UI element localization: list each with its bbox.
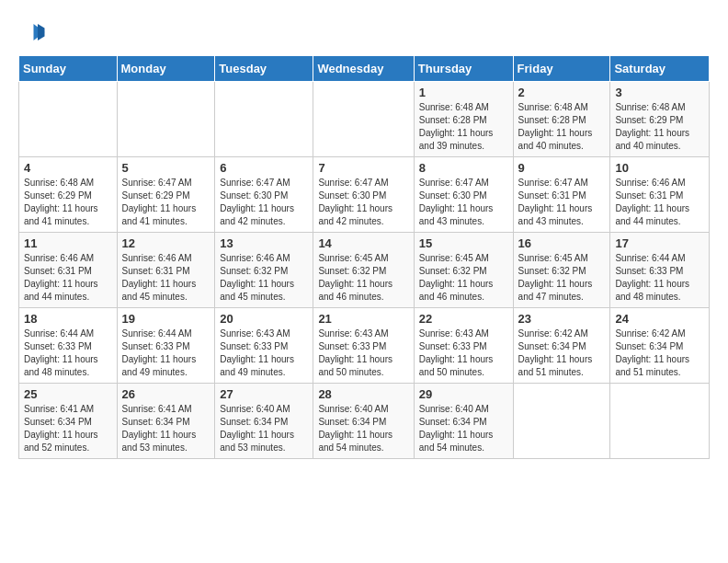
- calendar-cell: 7Sunrise: 6:47 AM Sunset: 6:30 PM Daylig…: [313, 157, 414, 233]
- calendar-cell: [610, 384, 710, 459]
- day-info: Sunrise: 6:48 AM Sunset: 6:29 PM Dayligh…: [615, 101, 704, 153]
- day-info: Sunrise: 6:46 AM Sunset: 6:31 PM Dayligh…: [24, 252, 112, 304]
- calendar-cell: 29Sunrise: 6:40 AM Sunset: 6:34 PM Dayli…: [414, 384, 513, 459]
- day-info: Sunrise: 6:43 AM Sunset: 6:33 PM Dayligh…: [318, 327, 408, 379]
- calendar-cell: 1Sunrise: 6:48 AM Sunset: 6:28 PM Daylig…: [414, 82, 513, 157]
- day-info: Sunrise: 6:41 AM Sunset: 6:34 PM Dayligh…: [122, 403, 210, 454]
- day-info: Sunrise: 6:41 AM Sunset: 6:34 PM Dayligh…: [24, 403, 112, 454]
- day-header-friday: Friday: [513, 56, 610, 82]
- day-number: 2: [518, 86, 606, 99]
- day-info: Sunrise: 6:44 AM Sunset: 6:33 PM Dayligh…: [24, 327, 112, 379]
- day-number: 17: [615, 236, 704, 250]
- day-number: 9: [518, 161, 606, 175]
- calendar-cell: 2Sunrise: 6:48 AM Sunset: 6:28 PM Daylig…: [513, 82, 610, 157]
- calendar-cell: 22Sunrise: 6:43 AM Sunset: 6:33 PM Dayli…: [414, 308, 513, 384]
- day-info: Sunrise: 6:47 AM Sunset: 6:30 PM Dayligh…: [220, 177, 308, 228]
- day-info: Sunrise: 6:46 AM Sunset: 6:32 PM Dayligh…: [220, 252, 308, 304]
- day-number: 22: [419, 312, 508, 326]
- calendar-cell: [19, 82, 118, 157]
- day-info: Sunrise: 6:48 AM Sunset: 6:28 PM Dayligh…: [518, 101, 606, 153]
- calendar-week-row: 25Sunrise: 6:41 AM Sunset: 6:34 PM Dayli…: [19, 384, 710, 459]
- day-number: 1: [419, 86, 508, 99]
- calendar-cell: 9Sunrise: 6:47 AM Sunset: 6:31 PM Daylig…: [513, 157, 610, 233]
- calendar-cell: 25Sunrise: 6:41 AM Sunset: 6:34 PM Dayli…: [19, 384, 118, 459]
- calendar-cell: 26Sunrise: 6:41 AM Sunset: 6:34 PM Dayli…: [117, 384, 215, 459]
- day-number: 28: [318, 387, 408, 401]
- day-number: 12: [122, 236, 210, 250]
- page-header: [18, 18, 710, 46]
- day-header-saturday: Saturday: [610, 56, 710, 82]
- calendar-cell: 12Sunrise: 6:46 AM Sunset: 6:31 PM Dayli…: [117, 233, 215, 308]
- calendar-cell: [215, 82, 313, 157]
- day-info: Sunrise: 6:46 AM Sunset: 6:31 PM Dayligh…: [615, 177, 704, 228]
- day-info: Sunrise: 6:40 AM Sunset: 6:34 PM Dayligh…: [318, 403, 408, 454]
- day-info: Sunrise: 6:46 AM Sunset: 6:31 PM Dayligh…: [122, 252, 210, 304]
- day-number: 4: [24, 161, 112, 175]
- day-info: Sunrise: 6:45 AM Sunset: 6:32 PM Dayligh…: [419, 252, 508, 304]
- day-number: 11: [24, 236, 112, 250]
- calendar-cell: 19Sunrise: 6:44 AM Sunset: 6:33 PM Dayli…: [117, 308, 215, 384]
- day-number: 16: [518, 236, 606, 250]
- calendar-cell: 17Sunrise: 6:44 AM Sunset: 6:33 PM Dayli…: [610, 233, 710, 308]
- calendar-cell: [313, 82, 414, 157]
- calendar-table: SundayMondayTuesdayWednesdayThursdayFrid…: [18, 55, 710, 459]
- day-info: Sunrise: 6:44 AM Sunset: 6:33 PM Dayligh…: [122, 327, 210, 379]
- logo-icon: [18, 18, 46, 46]
- calendar-cell: 16Sunrise: 6:45 AM Sunset: 6:32 PM Dayli…: [513, 233, 610, 308]
- calendar-week-row: 4Sunrise: 6:48 AM Sunset: 6:29 PM Daylig…: [19, 157, 710, 233]
- calendar-cell: 8Sunrise: 6:47 AM Sunset: 6:30 PM Daylig…: [414, 157, 513, 233]
- day-header-wednesday: Wednesday: [313, 56, 414, 82]
- day-number: 10: [615, 161, 704, 175]
- day-header-sunday: Sunday: [19, 56, 118, 82]
- day-number: 8: [419, 161, 508, 175]
- day-number: 29: [419, 387, 508, 401]
- calendar-cell: 14Sunrise: 6:45 AM Sunset: 6:32 PM Dayli…: [313, 233, 414, 308]
- calendar-cell: 3Sunrise: 6:48 AM Sunset: 6:29 PM Daylig…: [610, 82, 710, 157]
- day-number: 3: [615, 86, 704, 99]
- calendar-cell: [513, 384, 610, 459]
- calendar-cell: 27Sunrise: 6:40 AM Sunset: 6:34 PM Dayli…: [215, 384, 313, 459]
- day-number: 7: [318, 161, 408, 175]
- calendar-cell: 13Sunrise: 6:46 AM Sunset: 6:32 PM Dayli…: [215, 233, 313, 308]
- day-number: 23: [518, 312, 606, 326]
- calendar-cell: 6Sunrise: 6:47 AM Sunset: 6:30 PM Daylig…: [215, 157, 313, 233]
- day-info: Sunrise: 6:45 AM Sunset: 6:32 PM Dayligh…: [318, 252, 408, 304]
- day-number: 6: [220, 161, 308, 175]
- day-info: Sunrise: 6:43 AM Sunset: 6:33 PM Dayligh…: [419, 327, 508, 379]
- calendar-cell: [117, 82, 215, 157]
- calendar-cell: 20Sunrise: 6:43 AM Sunset: 6:33 PM Dayli…: [215, 308, 313, 384]
- day-info: Sunrise: 6:47 AM Sunset: 6:29 PM Dayligh…: [122, 177, 210, 228]
- day-number: 21: [318, 312, 408, 326]
- day-info: Sunrise: 6:42 AM Sunset: 6:34 PM Dayligh…: [518, 327, 606, 379]
- day-header-tuesday: Tuesday: [215, 56, 313, 82]
- day-info: Sunrise: 6:47 AM Sunset: 6:31 PM Dayligh…: [518, 177, 606, 228]
- day-header-thursday: Thursday: [414, 56, 513, 82]
- logo: [18, 18, 50, 46]
- day-number: 15: [419, 236, 508, 250]
- svg-marker-1: [38, 24, 45, 40]
- day-number: 25: [24, 387, 112, 401]
- calendar-cell: 21Sunrise: 6:43 AM Sunset: 6:33 PM Dayli…: [313, 308, 414, 384]
- day-number: 19: [122, 312, 210, 326]
- day-number: 27: [220, 387, 308, 401]
- calendar-cell: 5Sunrise: 6:47 AM Sunset: 6:29 PM Daylig…: [117, 157, 215, 233]
- day-info: Sunrise: 6:40 AM Sunset: 6:34 PM Dayligh…: [419, 403, 508, 454]
- day-number: 26: [122, 387, 210, 401]
- day-number: 14: [318, 236, 408, 250]
- calendar-cell: 23Sunrise: 6:42 AM Sunset: 6:34 PM Dayli…: [513, 308, 610, 384]
- day-info: Sunrise: 6:42 AM Sunset: 6:34 PM Dayligh…: [615, 327, 704, 379]
- calendar-week-row: 11Sunrise: 6:46 AM Sunset: 6:31 PM Dayli…: [19, 233, 710, 308]
- calendar-cell: 28Sunrise: 6:40 AM Sunset: 6:34 PM Dayli…: [313, 384, 414, 459]
- calendar-cell: 4Sunrise: 6:48 AM Sunset: 6:29 PM Daylig…: [19, 157, 118, 233]
- day-number: 13: [220, 236, 308, 250]
- day-info: Sunrise: 6:45 AM Sunset: 6:32 PM Dayligh…: [518, 252, 606, 304]
- calendar-cell: 18Sunrise: 6:44 AM Sunset: 6:33 PM Dayli…: [19, 308, 118, 384]
- day-info: Sunrise: 6:48 AM Sunset: 6:29 PM Dayligh…: [24, 177, 112, 228]
- calendar-week-row: 18Sunrise: 6:44 AM Sunset: 6:33 PM Dayli…: [19, 308, 710, 384]
- day-info: Sunrise: 6:43 AM Sunset: 6:33 PM Dayligh…: [220, 327, 308, 379]
- calendar-cell: 11Sunrise: 6:46 AM Sunset: 6:31 PM Dayli…: [19, 233, 118, 308]
- calendar-cell: 10Sunrise: 6:46 AM Sunset: 6:31 PM Dayli…: [610, 157, 710, 233]
- day-number: 18: [24, 312, 112, 326]
- day-info: Sunrise: 6:47 AM Sunset: 6:30 PM Dayligh…: [318, 177, 408, 228]
- day-number: 20: [220, 312, 308, 326]
